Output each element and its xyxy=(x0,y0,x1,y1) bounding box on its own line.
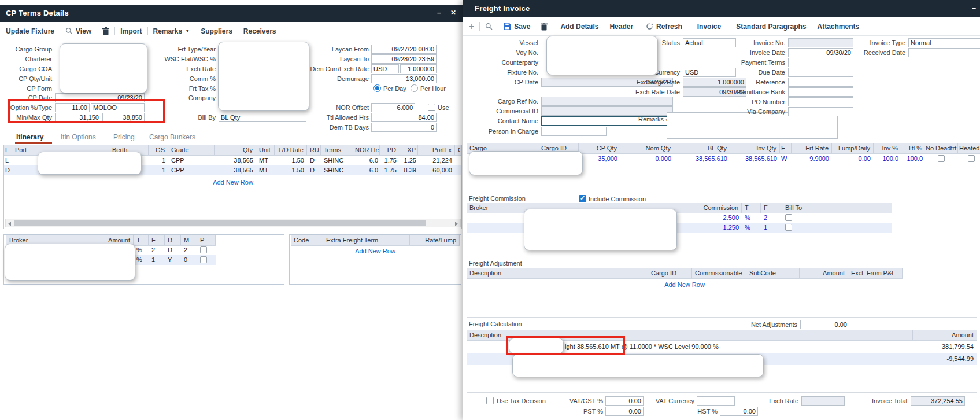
col-f[interactable]: F xyxy=(761,203,782,213)
col-code[interactable]: Code xyxy=(291,235,323,245)
delete-button[interactable] xyxy=(541,23,548,31)
col-unit[interactable]: Unit xyxy=(256,145,275,155)
col-t[interactable]: T xyxy=(134,235,149,245)
col-xp[interactable]: XP xyxy=(398,145,418,155)
close-icon[interactable]: ✕ xyxy=(450,9,456,17)
search-button[interactable] xyxy=(485,23,493,30)
demurrage-field[interactable]: 13,000.00 xyxy=(371,74,437,83)
col-ru[interactable]: RU xyxy=(307,145,321,155)
col-extra-freight-term[interactable]: Extra Freight Term xyxy=(323,235,410,245)
col-amount[interactable]: Amount xyxy=(913,330,977,340)
col-excl-from-pl[interactable]: Excl. From P&L xyxy=(848,268,903,278)
scroll-right-icon[interactable] xyxy=(455,222,458,226)
col-bill-to[interactable]: Bill To xyxy=(782,203,892,213)
col-gs[interactable]: GS xyxy=(149,145,168,155)
received-date-field[interactable] xyxy=(908,48,980,57)
payment-terms-code-field[interactable] xyxy=(788,58,813,67)
extra-freight-add-new-row-link[interactable]: Add New Row xyxy=(291,248,460,255)
col-pd[interactable]: PD xyxy=(380,145,398,155)
minimize-icon[interactable]: – xyxy=(437,9,441,17)
heated-checkbox[interactable] xyxy=(968,155,975,162)
invoice-date-field[interactable]: 09/30/20 xyxy=(788,48,853,57)
remittance-bank-field[interactable] xyxy=(788,87,853,97)
col-nom-qty[interactable]: Nom Qty xyxy=(620,143,674,153)
receivers-button[interactable]: Receivers xyxy=(243,27,276,35)
nor-use-checkbox[interactable] xyxy=(428,104,435,111)
invoice-button[interactable]: Invoice xyxy=(697,23,721,31)
col-c[interactable]: C xyxy=(455,145,462,155)
col-amount[interactable]: Amount xyxy=(800,268,848,278)
horizontal-scrollbar[interactable] xyxy=(5,219,461,227)
col-f[interactable]: F xyxy=(780,143,792,153)
via-company-field[interactable] xyxy=(788,107,853,116)
update-fixture-button[interactable]: Update Fixture xyxy=(6,27,54,35)
payment-terms-field[interactable] xyxy=(815,58,853,67)
col-description[interactable]: Description xyxy=(467,268,648,278)
laycan-to-field[interactable]: 09/28/20 23:59 xyxy=(371,54,437,64)
suppliers-button[interactable]: Suppliers xyxy=(201,27,232,35)
tab-itinerary[interactable]: Itinerary xyxy=(16,133,43,141)
no-deadfrt-checkbox[interactable] xyxy=(938,155,945,162)
vat-currency-field[interactable] xyxy=(697,396,735,406)
col-lump-daily[interactable]: Lump/Daily xyxy=(832,143,874,153)
broker-p-checkbox[interactable] xyxy=(200,256,207,263)
add-button[interactable]: + xyxy=(469,21,474,32)
col-nor-hrs[interactable]: NOR Hrs xyxy=(353,145,380,155)
itinerary-add-new-row-link[interactable]: Add New Row xyxy=(4,179,462,186)
bill-to-checkbox[interactable] xyxy=(785,214,792,221)
invoice-no-field[interactable] xyxy=(788,38,853,47)
nor-offset-field[interactable]: 6.000 xyxy=(371,103,415,112)
tab-itin-options[interactable]: Itin Options xyxy=(61,133,96,141)
person-in-charge-field[interactable] xyxy=(541,127,607,136)
header-button[interactable]: Header xyxy=(609,23,633,31)
cargo-ref-no-field[interactable] xyxy=(541,97,673,106)
col-subcode[interactable]: SubCode xyxy=(746,268,800,278)
per-day-radio[interactable] xyxy=(373,84,381,92)
col-t[interactable]: T xyxy=(742,203,761,213)
dem-tb-days-field[interactable]: 0 xyxy=(371,123,437,132)
col-f[interactable]: F xyxy=(149,235,165,245)
scroll-left-icon[interactable] xyxy=(8,222,11,226)
dem-currency-field[interactable]: USD xyxy=(371,64,399,73)
col-cp-qty[interactable]: CP Qty xyxy=(579,143,620,153)
tab-cargo-bunkers[interactable]: Cargo Bunkers xyxy=(149,133,195,141)
adjustment-add-new-row-link[interactable]: Add New Row xyxy=(467,281,903,288)
pst-pct-field[interactable]: 0.00 xyxy=(605,407,644,416)
col-terms[interactable]: Terms xyxy=(321,145,353,155)
minimize-icon[interactable]: – xyxy=(972,4,976,12)
invoice-total-field[interactable]: 372,254.55 xyxy=(911,396,965,406)
col-bl-qty[interactable]: BL Qty xyxy=(674,143,730,153)
standard-paragraphs-button[interactable]: Standard Paragraphs xyxy=(736,23,806,31)
laycan-from-field[interactable]: 09/27/20 00:00 xyxy=(371,45,437,54)
ttl-allowed-hrs-field[interactable]: 84.00 xyxy=(371,113,437,122)
col-no-deadfrt[interactable]: No Deadfrt xyxy=(924,143,958,153)
col-cargo-id[interactable]: Cargo ID xyxy=(648,268,692,278)
col-d[interactable]: D xyxy=(165,235,181,245)
col-inv-pct[interactable]: Inv % xyxy=(874,143,900,153)
attachments-button[interactable]: Attachments xyxy=(818,23,860,31)
remarks-menu-button[interactable]: Remarks▼ xyxy=(153,27,190,35)
bill-by-field[interactable]: BL Qty xyxy=(219,113,306,122)
col-commission[interactable]: Commission xyxy=(672,203,742,213)
col-ld-rate[interactable]: L/D Rate xyxy=(275,145,307,155)
dem-exch-rate-field[interactable]: 1.000000 xyxy=(400,64,437,73)
col-inv-qty[interactable]: Inv Qty xyxy=(730,143,780,153)
per-hour-radio[interactable] xyxy=(411,84,418,92)
refresh-button[interactable]: Refresh xyxy=(646,23,682,31)
broker-p-checkbox[interactable] xyxy=(200,246,207,253)
scrollbar-thumb[interactable] xyxy=(14,220,426,226)
col-frt-rate[interactable]: Frt Rate xyxy=(792,143,832,153)
tab-pricing[interactable]: Pricing xyxy=(113,133,135,141)
col-f[interactable]: F xyxy=(4,145,12,155)
po-number-field[interactable] xyxy=(788,97,853,106)
include-commission-checkbox[interactable] xyxy=(579,195,586,202)
delete-button[interactable] xyxy=(102,27,109,35)
col-rate-lump[interactable]: Rate/Lump xyxy=(410,235,460,245)
exch-rate-field[interactable] xyxy=(801,396,845,406)
col-portexp[interactable]: PortEx xyxy=(418,145,455,155)
due-date-field[interactable] xyxy=(788,68,853,77)
import-button[interactable]: Import xyxy=(120,27,142,35)
net-adjustments-field[interactable]: 0.00 xyxy=(800,320,849,329)
vat-gst-pct-field[interactable]: 0.00 xyxy=(605,396,644,406)
hst-pct-field[interactable]: 0.00 xyxy=(720,407,758,416)
